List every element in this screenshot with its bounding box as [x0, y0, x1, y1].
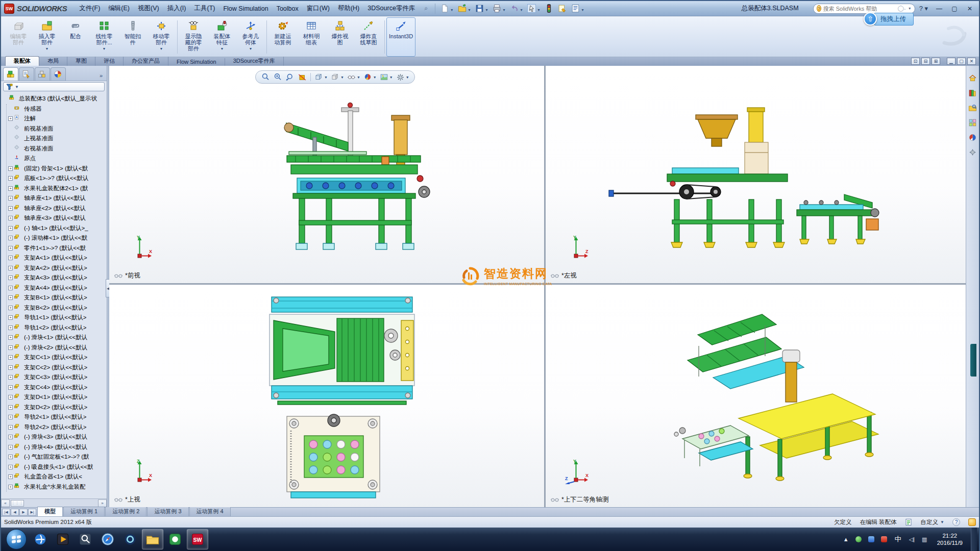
view-orientation-icon[interactable]: ▼ [313, 72, 329, 83]
tree-item[interactable]: +支架B<2> (默认<<默认> [8, 303, 107, 313]
tab-3DSource零件库[interactable]: 3DSource零件库 [225, 57, 284, 66]
tree-item[interactable]: +支架A<1> (默认<<默认> [8, 253, 107, 263]
new-document-icon[interactable] [438, 3, 451, 14]
filter-dropdown-icon[interactable]: ▼ [15, 85, 19, 89]
tab-next-icon[interactable]: ▶ [19, 509, 28, 516]
select-cursor-icon-dropdown[interactable]: ▾ [537, 8, 540, 12]
expand-icon[interactable]: + [8, 246, 13, 251]
tab-布局[interactable]: 布局 [39, 57, 67, 66]
expand-icon[interactable]: + [8, 236, 13, 240]
print-icon[interactable] [491, 3, 503, 14]
tree-item[interactable]: +(-) 滚动棒<1> (默认<<默 [8, 233, 107, 243]
resources-home-icon[interactable] [968, 73, 978, 83]
tree-item[interactable]: +导轨2<1> (默认<<默认> [8, 412, 107, 422]
taskbar-search-icon[interactable] [75, 529, 96, 549]
tree-root-item[interactable]: 总装配体3 (默认<默认_显示状 [3, 94, 107, 104]
bill-of-materials-button[interactable]: 材料明细表 [297, 17, 326, 57]
tree-item[interactable]: +水果礼盒^水果礼盒装配 [8, 482, 107, 492]
tree-item[interactable]: +(-) 滑块<4> (默认<<默认 [8, 442, 107, 453]
rebuild-icon[interactable] [543, 3, 555, 14]
help-icon[interactable]: ? ▾ [919, 5, 928, 12]
tree-item[interactable]: +(固定) 骨架<1> (默认<默 [8, 164, 107, 174]
assembly-features-dropdown-icon[interactable]: ▼ [220, 46, 224, 52]
apply-scene-icon[interactable]: ▼ [378, 72, 394, 83]
expand-icon[interactable]: + [8, 455, 13, 459]
taskbar-green-app-icon[interactable] [164, 529, 186, 549]
expand-icon[interactable]: + [8, 196, 13, 201]
expand-icon[interactable]: + [8, 474, 13, 479]
viewport-splitter-vertical[interactable] [544, 66, 546, 507]
expand-icon[interactable]: + [8, 256, 13, 260]
show-hidden-button[interactable]: 显示隐藏的零部件 [179, 17, 208, 57]
task-list-icon[interactable] [569, 3, 581, 14]
tree-item[interactable]: +轴承座<3> (默认<<默认 [8, 213, 107, 223]
design-library-icon[interactable] [968, 88, 978, 98]
tree-item[interactable]: +支架A<4> (默认<<默认> [8, 283, 107, 293]
viewport-left[interactable]: YZ*左视 [546, 66, 966, 283]
appearances-icon[interactable] [968, 132, 978, 142]
undo-icon[interactable] [508, 3, 520, 14]
tree-item[interactable]: +(-) 吸盘接头<1> (默认<<默 [8, 462, 107, 472]
tree-item[interactable]: 前视基准面 [8, 124, 107, 134]
tree-item[interactable]: +零件1<1>->? (默认<<默 [8, 243, 107, 254]
menu-item-帮助(H)[interactable]: 帮助(H) [334, 3, 363, 14]
instant3d-button[interactable]: Instant3D [386, 17, 415, 57]
doc-minimize-icon[interactable]: ⊟ [921, 58, 930, 65]
expand-icon[interactable]: + [8, 485, 13, 489]
menu-item-工具(T)[interactable]: 工具(T) [190, 3, 219, 14]
taskbar-explorer-icon[interactable] [142, 529, 163, 549]
tree-item[interactable]: +支架A<2> (默认<<默认> [8, 263, 107, 273]
view-palette-icon[interactable] [968, 117, 978, 128]
model-tab-运动算例 4[interactable]: 运动算例 4 [189, 507, 231, 516]
open-document-icon[interactable] [456, 3, 468, 14]
menu-item-窗口(W)[interactable]: 窗口(W) [303, 3, 334, 14]
tree-item[interactable]: +支架D<1> (默认<<默认> [8, 392, 107, 403]
save-icon[interactable] [473, 3, 485, 14]
move-component-button[interactable]: 移动零部件▼ [147, 17, 176, 57]
tree-item[interactable]: +(-) 滑块<1> (默认<<默认 [8, 333, 107, 343]
viewport-top[interactable]: ZX*上视 [109, 285, 544, 507]
filter-input[interactable]: ▼ [3, 82, 105, 91]
tree-item[interactable]: +支架D<2> (默认<<默认> [8, 403, 107, 413]
expand-icon[interactable]: + [8, 186, 13, 191]
tree-item[interactable]: 上视基准面 [8, 134, 107, 144]
tree-item[interactable]: +支架C<2> (默认<<默认> [8, 363, 107, 373]
taskbar-browser-icon[interactable] [97, 529, 118, 549]
model-tab-模型[interactable]: 模型 [37, 507, 63, 516]
configuration-manager-tab[interactable] [35, 67, 50, 81]
expand-icon[interactable]: + [8, 415, 13, 419]
expand-icon[interactable]: + [8, 355, 13, 360]
tree-item[interactable]: +水果礼盒装配体2<1> (默 [8, 184, 107, 194]
taskbar-solidworks-icon[interactable]: SW [187, 529, 208, 549]
expand-icon[interactable]: + [8, 445, 13, 449]
tree-item[interactable]: +(-) 气缸固定板<1>->? (默 [8, 452, 107, 462]
expand-icon[interactable]: + [8, 176, 13, 181]
expand-icon[interactable]: + [8, 345, 13, 350]
expand-icon[interactable]: + [8, 266, 13, 270]
expand-icon[interactable]: + [8, 435, 13, 439]
maximize-button[interactable]: ▢ [947, 4, 962, 14]
tree-item[interactable]: +支架A<3> (默认<<默认> [8, 273, 107, 283]
menu-item-视图(V)[interactable]: 视图(V) [134, 3, 163, 14]
panel-more-icon[interactable]: » [96, 72, 106, 81]
tree-item[interactable]: 传感器 [8, 104, 107, 114]
model-tab-运动算例 1[interactable]: 运动算例 1 [63, 507, 105, 516]
previous-view-icon[interactable] [284, 72, 296, 83]
tab-评估[interactable]: 评估 [95, 57, 124, 66]
taskbar-clock[interactable]: 21:22 2016/11/9 [933, 532, 967, 546]
tab-Flow Simulation[interactable]: Flow Simulation [168, 58, 225, 66]
sheet-status-icon[interactable] [905, 518, 913, 526]
menu-item-3DSource零件库[interactable]: 3DSource零件库 [363, 3, 419, 14]
tab-装配体[interactable]: 装配体 [5, 56, 39, 66]
smart-fasteners-button[interactable]: 智能扣件 [118, 17, 147, 57]
scroll-right-icon[interactable]: » [98, 499, 107, 507]
file-explorer-icon[interactable] [968, 103, 978, 113]
expand-icon[interactable]: + [8, 206, 13, 211]
expand-icon[interactable]: + [8, 385, 13, 390]
assembly-features-button[interactable]: 装配体特征▼ [208, 17, 236, 57]
minimize-button[interactable]: — [932, 4, 946, 14]
tree-item[interactable]: +导轨1<1> (默认<<默认> [8, 313, 107, 323]
doc-min-button[interactable]: ▁ [947, 58, 955, 65]
expand-icon[interactable]: + [8, 375, 13, 380]
menu-item-编辑(E)[interactable]: 编辑(E) [104, 3, 134, 14]
